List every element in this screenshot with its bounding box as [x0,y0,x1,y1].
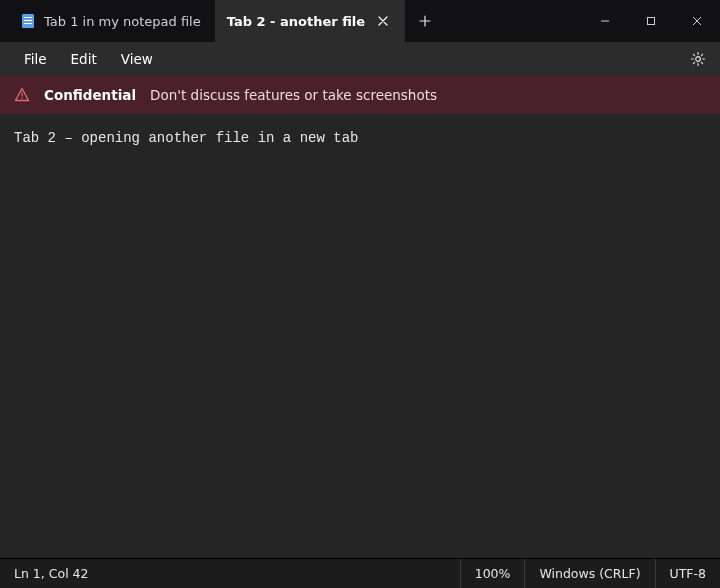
infobar-title: Confidential [44,87,136,103]
statusbar: Ln 1, Col 42 100% Windows (CRLF) UTF-8 [0,558,720,588]
editor-content: Tab 2 – opening another file in a new ta… [14,130,358,146]
warning-icon [14,87,30,103]
gear-icon [690,51,706,67]
close-tab-button[interactable] [375,13,391,29]
infobar: Confidential Don't discuss features or t… [0,76,720,114]
tab-strip: Tab 1 in my notepad file Tab 2 - another… [0,0,582,42]
text-editor[interactable]: Tab 2 – opening another file in a new ta… [0,114,720,558]
close-window-button[interactable] [674,0,720,42]
infobar-message: Don't discuss features or take screensho… [150,87,437,103]
svg-rect-7 [21,98,22,99]
status-zoom[interactable]: 100% [460,559,525,588]
tab-item-2[interactable]: Tab 2 - another file [215,0,405,42]
notepad-file-icon [20,13,36,29]
svg-point-5 [696,57,701,62]
window-controls [582,0,720,42]
new-tab-button[interactable] [405,0,445,42]
svg-rect-1 [24,17,32,18]
maximize-button[interactable] [628,0,674,42]
titlebar: Tab 1 in my notepad file Tab 2 - another… [0,0,720,42]
svg-rect-3 [24,23,32,24]
settings-button[interactable] [684,45,712,73]
tab-label: Tab 2 - another file [227,14,365,29]
tab-item-1[interactable]: Tab 1 in my notepad file [8,0,215,42]
menubar: File Edit View [0,42,720,76]
minimize-button[interactable] [582,0,628,42]
status-cursor-position[interactable]: Ln 1, Col 42 [0,559,103,588]
tab-label: Tab 1 in my notepad file [44,14,201,29]
menu-edit[interactable]: Edit [59,45,109,73]
menu-view[interactable]: View [109,45,165,73]
svg-rect-4 [648,18,655,25]
svg-rect-2 [24,20,32,21]
status-encoding[interactable]: UTF-8 [655,559,720,588]
status-line-ending[interactable]: Windows (CRLF) [524,559,654,588]
svg-rect-6 [21,93,22,97]
menu-file[interactable]: File [12,45,59,73]
